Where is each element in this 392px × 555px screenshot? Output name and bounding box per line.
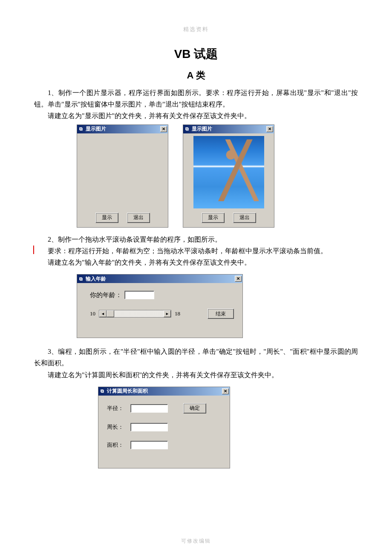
title-text: 计算圆周长和面积 [107, 387, 222, 395]
area-label: 面积： [107, 441, 130, 449]
exit-button[interactable]: 退出 [233, 213, 256, 223]
age-hscrollbar[interactable]: ◄ ► [99, 310, 171, 318]
scroll-left-icon[interactable]: ◄ [99, 310, 107, 317]
age-label: 你的年龄： [90, 291, 122, 299]
q3-text-2: 请建立名为"计算圆周长和面积"的文件夹，并将有关文件保存至该文件夹中。 [34, 369, 358, 381]
edit-cursor-mark [33, 246, 34, 254]
title-text: 输入年龄 [86, 275, 235, 283]
titlebar[interactable]: ⧉ 输入年龄 ✕ [77, 275, 242, 283]
doc-header-watermark: 精选资料 [34, 26, 358, 33]
titlebar[interactable]: ⧉ 计算圆周长和面积 ✕ [98, 387, 230, 396]
app-icon: ⧉ [99, 388, 105, 394]
app-icon: ⧉ [78, 126, 84, 132]
titlebar[interactable]: ⧉ 显示图片 ✕ [77, 125, 168, 133]
scroll-right-icon[interactable]: ► [164, 310, 171, 317]
vb-window-input-age: ⧉ 输入年龄 ✕ 你的年龄： 10 ◄ ► 18 结束 [77, 274, 243, 338]
picturebox [193, 136, 264, 208]
end-button[interactable]: 结束 [208, 309, 234, 319]
q1-text-1: 1、制作一个图片显示器，程序运行界面如图所示。要求：程序运行开始，屏幕出现"显示… [34, 87, 358, 110]
app-icon: ⧉ [78, 276, 84, 282]
page-subtitle: A 类 [34, 69, 358, 82]
ok-button[interactable]: 确定 [183, 403, 206, 413]
scroll-thumb[interactable] [107, 310, 114, 317]
vb-window-circle-calc: ⧉ 计算圆周长和面积 ✕ 半径： 确定 周长： 面积： [98, 387, 230, 468]
q3-text-1: 3、编程，如图所示，在"半径"框中输入圆的半径，单击"确定"按钮时，"周长"、"… [34, 346, 358, 369]
area-textbox[interactable] [130, 441, 168, 449]
app-icon: ⧉ [184, 126, 190, 132]
exit-button[interactable]: 退出 [127, 213, 150, 223]
title-text: 显示图片 [86, 125, 160, 133]
scroll-min-label: 10 [90, 310, 95, 317]
perimeter-label: 周长： [107, 423, 130, 431]
vb-window-show-image-empty: ⧉ 显示图片 ✕ 显示 退出 [77, 124, 168, 228]
perimeter-textbox[interactable] [130, 423, 168, 431]
scroll-track[interactable] [107, 310, 164, 317]
vb-window-show-image-filled: ⧉ 显示图片 ✕ 显示 退出 [183, 124, 274, 228]
radius-textbox[interactable] [130, 404, 168, 413]
title-text: 显示图片 [192, 125, 266, 133]
q2-text-3: 请建立名为"输入年龄"的文件夹，并将有关文件保存至该文件夹中。 [34, 257, 358, 268]
close-icon[interactable]: ✕ [235, 276, 242, 282]
age-textbox[interactable] [124, 291, 154, 299]
runner-image [193, 136, 264, 208]
titlebar[interactable]: ⧉ 显示图片 ✕ [183, 125, 274, 133]
close-icon[interactable]: ✕ [222, 388, 229, 394]
close-icon[interactable]: ✕ [266, 126, 273, 132]
q1-text-2: 请建立名为"显示图片"的文件夹，并将有关文件保存至该文件夹中。 [34, 110, 358, 121]
doc-footer-watermark: 可修改编辑 [0, 538, 392, 545]
q2-text-2: 要求：程序运行开始，年龄框为空；当拖动水平滚动条时，年龄框中显示水平滚动条当前值… [34, 245, 358, 257]
show-button[interactable]: 显示 [95, 213, 118, 223]
page-title: VB 试题 [34, 46, 358, 62]
scroll-max-label: 18 [175, 310, 180, 317]
show-button[interactable]: 显示 [202, 213, 225, 223]
close-icon[interactable]: ✕ [160, 126, 167, 132]
radius-label: 半径： [107, 405, 130, 412]
q2-text-1: 2、制作一个拖动水平滚动条设置年龄的程序，如图所示。 [34, 234, 358, 245]
